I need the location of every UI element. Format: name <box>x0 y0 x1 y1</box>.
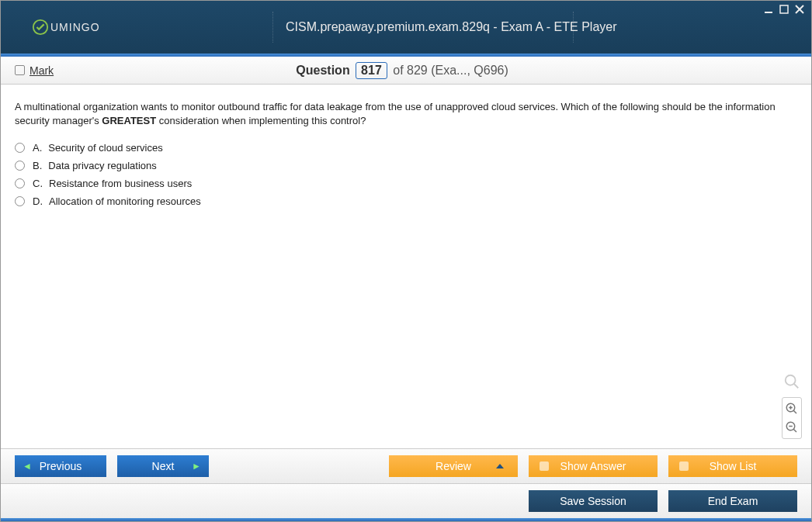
mark-checkbox[interactable] <box>15 65 25 75</box>
end-exam-button[interactable]: End Exam <box>668 490 797 512</box>
arrow-left-icon: ◄ <box>23 461 32 472</box>
logo-text: UMINGO <box>50 21 100 33</box>
option-a[interactable]: A.Security of cloud services <box>15 142 797 154</box>
footer-nav: ◄ Previous Next ► Review Show Answer Sho… <box>1 448 811 483</box>
option-text: Security of cloud services <box>48 142 162 154</box>
review-button[interactable]: Review <box>389 455 518 477</box>
zoom-box <box>782 397 802 439</box>
question-total: of 829 (Exa..., Q696) <box>393 64 508 77</box>
radio-a[interactable] <box>15 143 25 153</box>
window-controls <box>763 4 805 15</box>
list-icon <box>679 462 689 471</box>
previous-button[interactable]: ◄ Previous <box>15 455 106 477</box>
svg-line-8 <box>793 410 796 413</box>
arrow-right-icon: ► <box>192 461 201 472</box>
question-bar: Mark Question 817 of 829 (Exa..., Q696) <box>1 57 811 85</box>
question-text: A multinational organization wants to mo… <box>15 100 797 128</box>
maximize-icon[interactable] <box>779 4 789 15</box>
mark-checkbox-wrap[interactable]: Mark <box>15 64 54 77</box>
option-text: Allocation of monitoring resources <box>49 195 201 207</box>
logo-check-icon <box>32 19 49 36</box>
radio-c[interactable] <box>15 178 25 188</box>
content-area: A multinational organization wants to mo… <box>1 85 811 448</box>
zoom-in-icon[interactable] <box>784 401 800 417</box>
zoom-out-icon[interactable] <box>784 420 800 435</box>
option-letter: C. <box>33 178 43 189</box>
footer-session: Save Session End Exam <box>1 483 811 518</box>
close-icon[interactable] <box>794 4 805 15</box>
title-divider-right <box>573 12 574 43</box>
radio-d[interactable] <box>15 196 25 206</box>
window-title: CISM.prepaway.premium.exam.829q - Exam A… <box>278 20 811 34</box>
option-text: Resistance from business users <box>49 178 192 189</box>
minimize-icon[interactable] <box>763 4 774 15</box>
radio-b[interactable] <box>15 161 25 171</box>
answer-icon <box>540 462 549 471</box>
option-letter: B. <box>33 160 42 171</box>
title-divider <box>272 12 273 43</box>
svg-point-5 <box>786 375 796 385</box>
title-bar: UMINGO CISM.prepaway.premium.exam.829q -… <box>1 1 811 54</box>
option-b[interactable]: B.Data privacy regulations <box>15 160 797 171</box>
save-session-button[interactable]: Save Session <box>529 490 658 512</box>
option-d[interactable]: D.Allocation of monitoring resources <box>15 195 797 207</box>
zoom-tools <box>782 372 802 439</box>
option-letter: D. <box>33 195 43 207</box>
svg-line-6 <box>794 384 799 389</box>
footer-accent-bar <box>1 518 811 521</box>
option-text: Data privacy regulations <box>48 160 156 171</box>
mark-label[interactable]: Mark <box>29 64 54 77</box>
svg-rect-2 <box>780 5 788 13</box>
question-counter: Question 817 of 829 (Exa..., Q696) <box>54 62 751 79</box>
question-number-box: 817 <box>356 62 387 79</box>
search-icon[interactable] <box>783 372 801 391</box>
option-letter: A. <box>33 142 42 154</box>
show-answer-button[interactable]: Show Answer <box>529 455 658 477</box>
option-c[interactable]: C.Resistance from business users <box>15 178 797 189</box>
options-list: A.Security of cloud services B.Data priv… <box>15 142 797 207</box>
show-list-button[interactable]: Show List <box>668 455 797 477</box>
svg-line-12 <box>793 429 796 432</box>
triangle-up-icon <box>496 464 504 468</box>
question-label: Question <box>296 64 349 77</box>
next-button[interactable]: Next ► <box>117 455 209 477</box>
logo: UMINGO <box>1 19 272 36</box>
